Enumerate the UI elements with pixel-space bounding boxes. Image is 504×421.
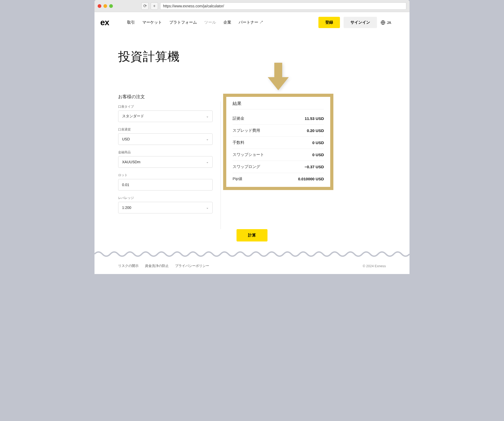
result-value: −0.37 USD (304, 165, 324, 169)
reload-button[interactable]: ⟳ (141, 2, 149, 10)
result-row-commission: 手数料 0 USD (233, 137, 324, 149)
header-actions: 登録 サインイン JA (318, 17, 391, 28)
results-panel: 結果 証拠金 11.53 USD スプレッド費用 0.20 USD 手数料 0 … (223, 94, 333, 190)
chevron-down-icon: ⌄ (206, 206, 209, 209)
maximize-window-button[interactable] (109, 4, 113, 8)
result-label: 証拠金 (233, 116, 244, 121)
new-tab-button[interactable]: + (151, 2, 158, 10)
result-label: 手数料 (233, 140, 244, 145)
language-label: JA (387, 20, 391, 25)
account-type-label: 口座タイプ (118, 104, 213, 109)
nav-markets[interactable]: マーケット (142, 20, 162, 25)
vertical-divider (220, 102, 221, 229)
result-row-spread: スプレッド費用 0.20 USD (233, 125, 324, 137)
browser-chrome: ⟳ + (94, 0, 410, 12)
nav-platforms[interactable]: プラトフォーム (169, 20, 197, 25)
window-controls (98, 4, 113, 8)
leverage-value: 1:200 (122, 206, 131, 210)
results-title: 結果 (233, 101, 324, 109)
arrow-down-icon (266, 63, 290, 92)
result-row-swap-long: スワップロング −0.37 USD (233, 161, 324, 173)
instrument-select[interactable]: XAUUSDm ⌄ (118, 156, 213, 168)
result-label: Pip値 (233, 176, 242, 181)
currency-label: 口座通貨 (118, 127, 213, 132)
footer-link-risk[interactable]: リスクの開示 (118, 264, 139, 268)
lot-input[interactable]: 0.01 (118, 179, 213, 191)
calculate-button[interactable]: 計算 (237, 229, 267, 241)
main-nav: 取引 マーケット プラトフォーム ツール 企業 パートナー ↗ (127, 20, 311, 25)
copyright: © 2024 Exness (363, 264, 386, 268)
chevron-down-icon: ⌄ (206, 160, 209, 164)
lot-label: ロット (118, 173, 213, 177)
url-bar[interactable] (160, 2, 406, 10)
leverage-label: レバレッジ (118, 196, 213, 200)
currency-value: USD (122, 137, 130, 141)
result-value: 0 USD (312, 152, 324, 157)
highlight-arrow (266, 63, 290, 93)
result-value: 11.53 USD (305, 116, 324, 121)
minimize-window-button[interactable] (103, 4, 107, 8)
footer-link-privacy[interactable]: プライバシーポリシー (175, 264, 209, 268)
chevron-down-icon: ⌄ (206, 114, 209, 118)
register-button[interactable]: 登録 (318, 17, 340, 28)
signin-button[interactable]: サインイン (344, 17, 377, 28)
close-window-button[interactable] (98, 4, 101, 8)
nav-company[interactable]: 企業 (223, 20, 231, 25)
result-row-pip: Pip値 0.010000 USD (233, 173, 324, 185)
nav-tools[interactable]: ツール (204, 20, 216, 25)
result-label: スプレッド費用 (233, 128, 260, 133)
result-value: 0.20 USD (307, 128, 324, 133)
footer-link-aml[interactable]: 資金洗浄の防止 (145, 264, 169, 268)
nav-partners[interactable]: パートナー ↗ (239, 20, 263, 25)
instrument-label: 金融商品 (118, 150, 213, 155)
chevron-down-icon: ⌄ (206, 137, 209, 141)
instrument-value: XAUUSDm (122, 160, 140, 164)
result-row-swap-short: スワップショート 0 USD (233, 149, 324, 161)
currency-select[interactable]: USD ⌄ (118, 133, 213, 145)
site-header: ex 取引 マーケット プラトフォーム ツール 企業 パートナー ↗ 登録 サイ… (94, 12, 410, 33)
result-value: 0.010000 USD (298, 177, 324, 181)
leverage-select[interactable]: 1:200 ⌄ (118, 202, 213, 213)
logo[interactable]: ex (100, 18, 109, 27)
lot-value: 0.01 (122, 183, 129, 187)
result-row-margin: 証拠金 11.53 USD (233, 113, 324, 125)
page-title: 投資計算機 (118, 49, 386, 65)
wavy-separator (94, 249, 410, 259)
account-type-value: スタンダード (122, 114, 144, 119)
footer-links: リスクの開示 資金洗浄の防止 プライバシーポリシー (118, 264, 209, 268)
account-type-select[interactable]: スタンダード ⌄ (118, 110, 213, 122)
order-title: お客様の注文 (118, 94, 213, 100)
footer: リスクの開示 資金洗浄の防止 プライバシーポリシー © 2024 Exness (94, 259, 410, 274)
plus-icon: + (153, 4, 155, 8)
reload-icon: ⟳ (143, 3, 147, 8)
result-label: スワップロング (233, 164, 260, 169)
result-label: スワップショート (233, 152, 264, 157)
nav-trading[interactable]: 取引 (127, 20, 135, 25)
result-value: 0 USD (312, 140, 324, 145)
order-panel: お客様の注文 口座タイプ スタンダード ⌄ 口座通貨 USD ⌄ (118, 94, 213, 219)
language-picker[interactable]: JA (381, 20, 391, 25)
globe-icon (381, 20, 385, 25)
